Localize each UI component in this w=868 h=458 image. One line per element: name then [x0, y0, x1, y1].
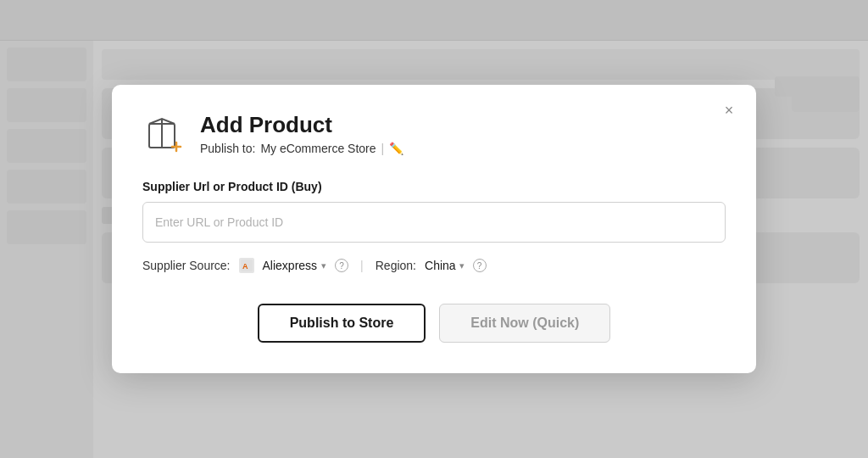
modal-title-block: Add Product Publish to: My eCommerce Sto…: [200, 112, 403, 155]
store-name: My eCommerce Store: [260, 142, 376, 155]
pipe-divider: |: [360, 259, 364, 272]
publish-to-store-button[interactable]: Publish to Store: [258, 304, 426, 343]
publish-to-label: Publish to:: [200, 142, 255, 155]
region-chevron-icon: ▾: [459, 260, 465, 271]
supplier-chevron-icon: ▾: [321, 260, 326, 271]
modal-overlay: × Add Product Pu: [0, 0, 868, 458]
region-select[interactable]: China ▾: [425, 259, 465, 272]
subtitle-divider: |: [381, 142, 385, 155]
supplier-select[interactable]: Aliexpress ▾: [263, 259, 327, 272]
region-label: Region:: [376, 259, 416, 272]
close-button[interactable]: ×: [717, 98, 741, 122]
supplier-row: Supplier Source: A Aliexpress ▾ ? | Regi…: [142, 258, 726, 273]
svg-text:A: A: [242, 262, 248, 271]
url-input-section: Supplier Url or Product ID (Buy): [142, 180, 726, 243]
region-help-icon[interactable]: ?: [473, 259, 487, 272]
modal-title: Add Product: [200, 112, 403, 138]
aliexpress-icon: A: [239, 258, 254, 273]
edit-store-icon[interactable]: ✏️: [389, 142, 403, 155]
supplier-name: Aliexpress: [263, 259, 318, 272]
supplier-help-icon[interactable]: ?: [335, 259, 348, 272]
add-product-modal: × Add Product Pu: [112, 85, 756, 373]
url-input[interactable]: [142, 202, 726, 243]
box-icon: [142, 112, 186, 156]
region-name: China: [425, 259, 456, 272]
modal-subtitle: Publish to: My eCommerce Store | ✏️: [200, 142, 403, 155]
supplier-source-label: Supplier Source:: [142, 259, 231, 272]
button-row: Publish to Store Edit Now (Quick): [142, 304, 726, 343]
url-input-label: Supplier Url or Product ID (Buy): [142, 180, 726, 193]
modal-header: Add Product Publish to: My eCommerce Sto…: [142, 112, 726, 156]
edit-now-quick-button[interactable]: Edit Now (Quick): [439, 304, 610, 343]
